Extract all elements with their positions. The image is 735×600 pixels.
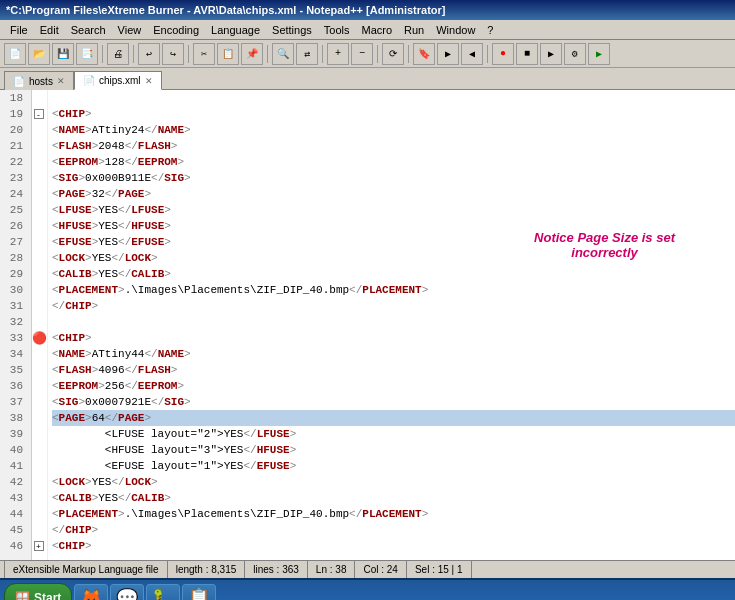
- code-line-30[interactable]: <PLACEMENT>.\Images\Placements\ZIF_DIP_4…: [52, 282, 735, 298]
- taskbar-icon-1[interactable]: 💬: [110, 584, 144, 600]
- title-text: *C:\Program Files\eXtreme Burner - AVR\D…: [6, 4, 445, 16]
- code-line-36[interactable]: <EEPROM>256</EEPROM>: [52, 378, 735, 394]
- menu-item-view[interactable]: View: [112, 22, 148, 38]
- code-line-34[interactable]: <NAME>ATtiny44</NAME>: [52, 346, 735, 362]
- line-num-25: 25: [4, 202, 27, 218]
- code-line-43[interactable]: <CALIB>YES</CALIB>: [52, 490, 735, 506]
- undo-btn[interactable]: ↩: [138, 43, 160, 65]
- code-line-26[interactable]: <HFUSE>YES</HFUSE>: [52, 218, 735, 234]
- save-btn[interactable]: 💾: [52, 43, 74, 65]
- menu-item-settings[interactable]: Settings: [266, 22, 318, 38]
- copy-btn[interactable]: 📋: [217, 43, 239, 65]
- code-line-38[interactable]: <PAGE>64</PAGE>: [52, 410, 735, 426]
- menu-item-edit[interactable]: Edit: [34, 22, 65, 38]
- taskbar-icon-3[interactable]: 📋: [182, 584, 216, 600]
- stop-btn[interactable]: ■: [516, 43, 538, 65]
- gutter-line-18: [32, 90, 47, 106]
- code-line-37[interactable]: <SIG>0x0007921E</SIG>: [52, 394, 735, 410]
- line-num-44: 44: [4, 506, 27, 522]
- play-btn[interactable]: ▶: [540, 43, 562, 65]
- fold-icon-46[interactable]: +: [34, 541, 44, 551]
- cut-btn[interactable]: ✂: [193, 43, 215, 65]
- code-line-24[interactable]: <PAGE>32</PAGE>: [52, 186, 735, 202]
- tab-chips[interactable]: 📄chips.xml✕: [74, 71, 162, 90]
- code-line-19[interactable]: <CHIP>: [52, 106, 735, 122]
- code-line-39[interactable]: <LFUSE layout="2">YES</LFUSE>: [52, 426, 735, 442]
- taskbar-icon-2[interactable]: 🐛: [146, 584, 180, 600]
- taskbar-icon-img-0: 🦊: [80, 587, 102, 600]
- code-line-32[interactable]: [52, 314, 735, 330]
- code-line-35[interactable]: <FLASH>4096</FLASH>: [52, 362, 735, 378]
- code-line-29[interactable]: <CALIB>YES</CALIB>: [52, 266, 735, 282]
- menu-item-?[interactable]: ?: [481, 22, 499, 38]
- new-btn[interactable]: 📄: [4, 43, 26, 65]
- settings-btn[interactable]: ⚙: [564, 43, 586, 65]
- line-num-34: 34: [4, 346, 27, 362]
- length-status: length : 8,315: [168, 561, 246, 578]
- next-bookmark-btn[interactable]: ▶: [437, 43, 459, 65]
- code-line-22[interactable]: <EEPROM>128</EEPROM>: [52, 154, 735, 170]
- open-btn[interactable]: 📂: [28, 43, 50, 65]
- record-btn[interactable]: ●: [492, 43, 514, 65]
- menu-item-encoding[interactable]: Encoding: [147, 22, 205, 38]
- code-area[interactable]: <CHIP> <NAME>ATtiny24</NAME> <FLASH>2048…: [48, 90, 735, 560]
- tab-label-hosts: hosts: [29, 76, 53, 87]
- menu-item-file[interactable]: File: [4, 22, 34, 38]
- code-line-40[interactable]: <HFUSE layout="3">YES</HFUSE>: [52, 442, 735, 458]
- code-line-23[interactable]: <SIG>0x000B911E</SIG>: [52, 170, 735, 186]
- start-button[interactable]: 🪟 Start: [4, 583, 72, 600]
- line-num-26: 26: [4, 218, 27, 234]
- start-label: Start: [34, 591, 61, 600]
- fold-icon-19[interactable]: -: [34, 109, 44, 119]
- run-btn[interactable]: ▶: [588, 43, 610, 65]
- code-line-28[interactable]: <LOCK>YES</LOCK>: [52, 250, 735, 266]
- code-line-45[interactable]: </CHIP>: [52, 522, 735, 538]
- code-line-33[interactable]: <CHIP>: [52, 330, 735, 346]
- code-line-44[interactable]: <PLACEMENT>.\Images\Placements\ZIF_DIP_4…: [52, 506, 735, 522]
- redo-btn[interactable]: ↪: [162, 43, 184, 65]
- find-btn[interactable]: 🔍: [272, 43, 294, 65]
- code-line-41[interactable]: <EFUSE layout="1">YES</EFUSE>: [52, 458, 735, 474]
- menu-item-window[interactable]: Window: [430, 22, 481, 38]
- sep2: [133, 45, 134, 63]
- save-all-btn[interactable]: 📑: [76, 43, 98, 65]
- sep5: [322, 45, 323, 63]
- tab-close-hosts[interactable]: ✕: [57, 76, 65, 86]
- line-num-35: 35: [4, 362, 27, 378]
- code-line-31[interactable]: </CHIP>: [52, 298, 735, 314]
- gutter-line-19: -: [32, 106, 47, 122]
- line-num-42: 42: [4, 474, 27, 490]
- taskbar-icon-img-3: 📋: [188, 587, 210, 600]
- tab-hosts[interactable]: 📄hosts✕: [4, 71, 74, 90]
- zoom-out-btn[interactable]: −: [351, 43, 373, 65]
- sep8: [487, 45, 488, 63]
- ln-status: Ln : 38: [308, 561, 356, 578]
- gutter-line-46: +: [32, 538, 47, 554]
- sync-btn[interactable]: ⟳: [382, 43, 404, 65]
- prev-bookmark-btn[interactable]: ◀: [461, 43, 483, 65]
- menu-item-language[interactable]: Language: [205, 22, 266, 38]
- gutter-line-42: [32, 474, 47, 490]
- menu-item-macro[interactable]: Macro: [355, 22, 398, 38]
- code-line-21[interactable]: <FLASH>2048</FLASH>: [52, 138, 735, 154]
- zoom-in-btn[interactable]: +: [327, 43, 349, 65]
- code-line-25[interactable]: <LFUSE>YES</LFUSE>: [52, 202, 735, 218]
- replace-btn[interactable]: ⇄: [296, 43, 318, 65]
- paste-btn[interactable]: 📌: [241, 43, 263, 65]
- col-status: Col : 24: [355, 561, 406, 578]
- code-line-46[interactable]: <CHIP>: [52, 538, 735, 554]
- menu-item-run[interactable]: Run: [398, 22, 430, 38]
- code-line-27[interactable]: <EFUSE>YES</EFUSE>: [52, 234, 735, 250]
- print-btn[interactable]: 🖨: [107, 43, 129, 65]
- bookmark-btn[interactable]: 🔖: [413, 43, 435, 65]
- menu-item-search[interactable]: Search: [65, 22, 112, 38]
- gutter-line-22: [32, 154, 47, 170]
- taskbar-icon-0[interactable]: 🦊: [74, 584, 108, 600]
- tab-close-chips[interactable]: ✕: [145, 76, 153, 86]
- code-line-18[interactable]: [52, 90, 735, 106]
- line-num-45: 45: [4, 522, 27, 538]
- menu-item-tools[interactable]: Tools: [318, 22, 356, 38]
- code-line-42[interactable]: <LOCK>YES</LOCK>: [52, 474, 735, 490]
- code-line-20[interactable]: <NAME>ATtiny24</NAME>: [52, 122, 735, 138]
- gutter-line-40: [32, 442, 47, 458]
